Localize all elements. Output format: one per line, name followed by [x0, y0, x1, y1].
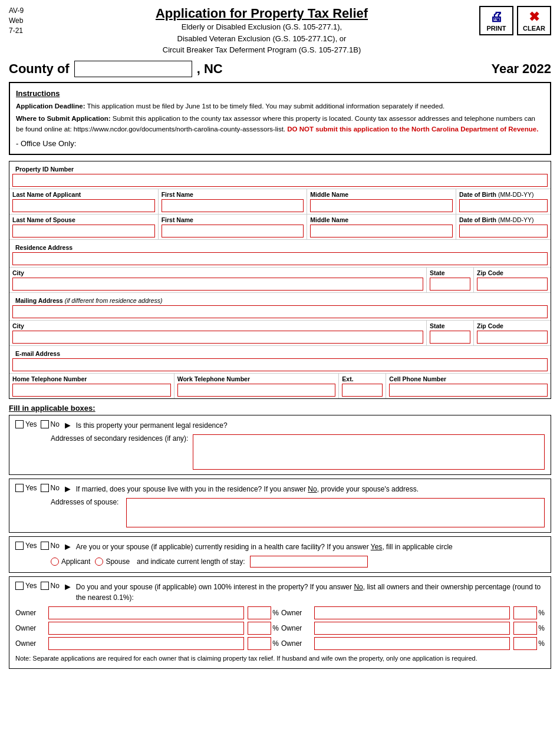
home-tel-input[interactable] [12, 384, 171, 397]
clear-icon: ✖ [523, 9, 545, 25]
owner-label-6: Owner [281, 639, 311, 648]
q3-no-label[interactable]: No [41, 542, 60, 550]
city-cell: City [9, 268, 427, 292]
spouse-middlename-cell: Middle Name [307, 215, 456, 239]
print-button[interactable]: 🖨 PRINT [479, 6, 513, 35]
spouse-dob-input[interactable] [459, 225, 548, 237]
q4-arrow-icon: ► [63, 582, 73, 592]
owner-name-input-5[interactable] [48, 637, 244, 650]
zip-input[interactable] [477, 278, 548, 291]
ext-input[interactable] [342, 384, 383, 397]
health-radio-row: Applicant Spouse and indicate current le… [15, 556, 545, 568]
applicant-radio-label[interactable]: Applicant [51, 557, 90, 566]
q2-text: If married, does your spouse live with y… [76, 484, 545, 494]
email-input[interactable] [12, 358, 548, 371]
owner-name-input-6[interactable] [314, 637, 510, 650]
question-3-block: Yes No ► Are you or your spouse (if appl… [9, 536, 551, 573]
owner-label-1: Owner [15, 609, 45, 617]
clear-button[interactable]: ✖ CLEAR [517, 6, 551, 35]
question-4-block: Yes No ► Do you and your spouse (if appl… [9, 576, 551, 669]
stay-input[interactable] [250, 556, 368, 568]
home-tel-cell: Home Telephone Number [9, 374, 174, 398]
q4-no-checkbox[interactable] [41, 582, 49, 590]
question-2-row: Yes No ► If married, does your spouse li… [15, 484, 545, 494]
applicant-firstname-cell: First Name [159, 189, 308, 214]
q2-yes-label[interactable]: Yes [15, 484, 37, 492]
applicant-dob-input[interactable] [459, 199, 548, 212]
applicant-firstname-input[interactable] [162, 199, 304, 212]
spouse-lastname-input[interactable] [12, 225, 155, 237]
question-1-block: Yes No ► Is this property your permanent… [9, 415, 551, 475]
q1-text: Is this property your permanent legal re… [76, 420, 545, 431]
owner-pct-input-1[interactable] [248, 606, 271, 619]
spouse-radio[interactable] [95, 557, 103, 566]
instructions-box: Instructions Application Deadline: This … [9, 82, 551, 156]
stay-label: and indicate current length of stay: [137, 557, 245, 566]
form-id: AV-9 Web 7-21 [9, 6, 44, 35]
work-tel-input[interactable] [177, 384, 336, 397]
spouse-addr-label: Addresses of spouse: [51, 498, 121, 506]
owner-pct-input-5[interactable] [248, 637, 271, 650]
owner-pct-input-3[interactable] [248, 622, 271, 635]
applicant-middlename-cell: Middle Name [307, 189, 456, 214]
secondary-res-label: Addresses of secondary residences (if an… [51, 434, 188, 443]
owner-pct-input-6[interactable] [513, 637, 537, 650]
spouse-middlename-input[interactable] [310, 225, 453, 237]
q4-yes-checkbox[interactable] [15, 582, 24, 590]
owner-name-input-1[interactable] [48, 606, 244, 619]
state2-input[interactable] [430, 331, 470, 344]
owner-name-input-3[interactable] [48, 622, 244, 635]
fill-boxes-label: Fill in applicable boxes: [9, 404, 551, 413]
owner-pct-input-4[interactable] [513, 622, 537, 635]
city2-input[interactable] [12, 331, 423, 344]
city-input[interactable] [12, 278, 423, 291]
spouse-radio-label[interactable]: Spouse [95, 557, 130, 566]
spouse-firstname-input[interactable] [162, 225, 304, 237]
state2-cell: State [427, 321, 474, 345]
q4-note: Note: Separate applications are required… [15, 654, 545, 664]
title-block: Application for Property Tax Relief Elde… [44, 6, 479, 56]
do-not-text: DO NOT submit this application to the No… [287, 126, 538, 133]
applicant-lastname-cell: Last Name of Applicant [9, 189, 159, 214]
q1-no-label[interactable]: No [41, 420, 60, 428]
owner-name-input-2[interactable] [314, 606, 510, 619]
owner-row-1: Owner % [15, 606, 279, 619]
q1-yes-checkbox[interactable] [15, 420, 24, 428]
zip2-input[interactable] [477, 331, 548, 344]
applicant-lastname-input[interactable] [12, 199, 155, 212]
question-4-row: Yes No ► Do you and your spouse (if appl… [15, 582, 545, 603]
q2-no-label[interactable]: No [41, 484, 60, 492]
question-1-row: Yes No ► Is this property your permanent… [15, 420, 545, 431]
property-id-input[interactable] [12, 174, 548, 187]
q2-yes-checkbox[interactable] [15, 484, 24, 492]
q1-no-checkbox[interactable] [41, 420, 49, 428]
spouse-addr-input[interactable] [126, 498, 545, 527]
cell-phone-input[interactable] [389, 384, 548, 397]
print-icon: 🖨 [485, 9, 508, 25]
work-tel-cell: Work Telephone Number [174, 374, 340, 398]
q3-yes-checkbox[interactable] [15, 542, 24, 550]
spouse-lastname-cell: Last Name of Spouse [9, 215, 159, 239]
mailing-address-input[interactable] [12, 305, 548, 318]
secondary-res-input[interactable] [193, 434, 545, 470]
state-input[interactable] [430, 278, 470, 291]
owner-label-4: Owner [281, 624, 311, 632]
q4-text: Do you and your spouse (if applicable) o… [76, 582, 545, 603]
owner-name-input-4[interactable] [314, 622, 510, 635]
applicant-name-row: Last Name of Applicant First Name Middle… [9, 189, 551, 215]
zip-cell: Zip Code [474, 268, 551, 292]
applicant-radio[interactable] [51, 557, 59, 566]
submit-label: Where to Submit Application: [16, 115, 111, 122]
owner-row-4: Owner % [281, 622, 545, 635]
q1-yes-label[interactable]: Yes [15, 420, 37, 428]
q3-no-checkbox[interactable] [41, 542, 49, 550]
owner-pct-input-2[interactable] [513, 606, 537, 619]
residence-address-input[interactable] [12, 252, 548, 265]
q2-no-checkbox[interactable] [41, 484, 49, 492]
q3-yes-label[interactable]: Yes [15, 542, 37, 550]
county-input[interactable] [74, 61, 192, 77]
applicant-middlename-input[interactable] [310, 199, 453, 212]
property-id-label: Property ID Number [12, 163, 548, 174]
q4-yes-label[interactable]: Yes [15, 582, 37, 590]
q4-no-label[interactable]: No [41, 582, 60, 590]
